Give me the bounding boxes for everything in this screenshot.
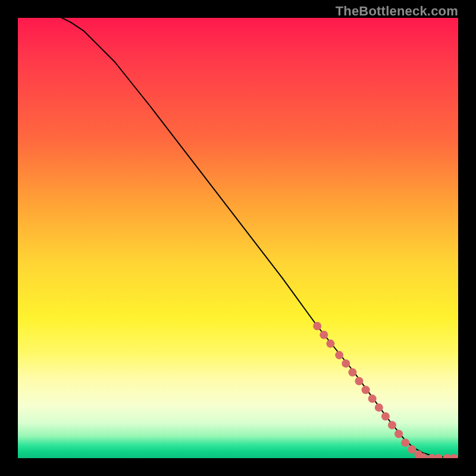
plot-area [18,18,458,458]
data-marker [342,359,350,368]
data-marker [368,394,377,403]
data-marker [326,340,334,348]
data-marker [348,368,356,377]
data-marker [450,454,458,458]
data-marker [335,351,343,359]
data-marker [355,377,364,386]
data-marker [381,412,390,421]
data-marker [388,421,396,430]
data-marker [408,445,416,453]
chart-stage: TheBottleneck.com [0,0,476,476]
data-marker [313,322,321,330]
data-curve [62,18,458,458]
data-marker [401,439,409,447]
data-markers-group [313,322,458,458]
data-marker [362,386,370,394]
data-marker [320,331,328,339]
data-marker [375,403,383,412]
data-marker [394,430,403,438]
chart-overlay-svg [18,18,458,458]
watermark-text: TheBottleneck.com [336,4,458,19]
data-marker [434,454,443,458]
